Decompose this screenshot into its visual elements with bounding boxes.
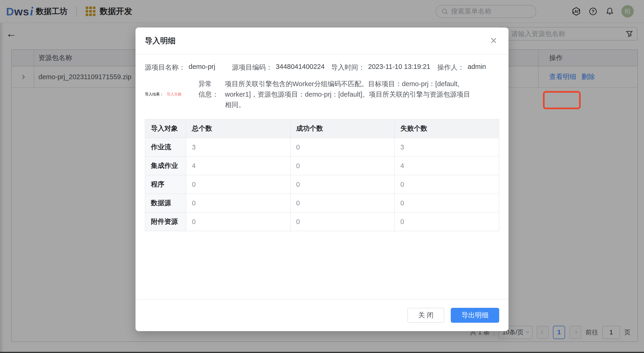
summary-header-row: 导入对象 总个数 成功个数 失败个数 bbox=[145, 119, 499, 138]
row-label: 附件资源 bbox=[145, 212, 186, 231]
row-total: 3 bbox=[186, 138, 290, 156]
source-name-pair: 源项目名称： demo-prj bbox=[145, 63, 215, 72]
operator-value: admin bbox=[468, 63, 486, 72]
row-fail: 3 bbox=[394, 138, 499, 156]
header-success-count: 成功个数 bbox=[290, 119, 395, 138]
error-label-line2: 信息： bbox=[198, 89, 219, 100]
import-time-value: 2023-11-10 13:19:21 bbox=[368, 63, 430, 72]
error-info-label: 异常 信息： bbox=[198, 79, 219, 110]
import-result-label: 导入结果： bbox=[145, 92, 164, 97]
row-success: 0 bbox=[290, 156, 395, 175]
modal-header: 导入明细 ✕ bbox=[136, 28, 508, 54]
row-success: 0 bbox=[290, 194, 395, 212]
error-label-line1: 异常 bbox=[198, 79, 219, 89]
table-row: 作业流 3 0 3 bbox=[145, 138, 499, 156]
table-row: 数据源 0 0 0 bbox=[145, 194, 499, 212]
import-result-value: 导入失败 bbox=[167, 92, 182, 97]
operator-label: 操作人： bbox=[437, 63, 464, 72]
header-fail-count: 失败个数 bbox=[394, 119, 499, 138]
modal-title: 导入明细 bbox=[145, 36, 176, 46]
import-detail-modal: 导入明细 ✕ 源项目名称： demo-prj 源项目编码： 3448041400… bbox=[136, 28, 508, 331]
import-result-pair: 导入结果： 导入失败 bbox=[145, 92, 182, 97]
row-total: 0 bbox=[186, 194, 290, 212]
row-success: 0 bbox=[290, 175, 395, 194]
row-fail: 0 bbox=[394, 194, 499, 212]
import-summary-table: 导入对象 总个数 成功个数 失败个数 作业流 3 0 3 集成作业 bbox=[145, 119, 499, 231]
export-detail-button[interactable]: 导出明细 bbox=[451, 308, 499, 323]
modal-footer: 关 闭 导出明细 bbox=[136, 299, 508, 331]
row-success: 0 bbox=[290, 212, 395, 231]
close-icon[interactable]: ✕ bbox=[490, 36, 497, 45]
table-row: 集成作业 4 0 4 bbox=[145, 156, 499, 175]
import-time-label: 导入时间： bbox=[331, 63, 365, 72]
source-code-value: 3448041400224 bbox=[276, 63, 324, 72]
import-info-row-2: 导入结果： 导入失败 异常 信息： 项目所关联引擎包含的Worker分组编码不匹… bbox=[145, 79, 499, 110]
source-name-value: demo-prj bbox=[188, 63, 215, 72]
click-target-annotation-box bbox=[543, 91, 581, 109]
row-fail: 0 bbox=[394, 175, 499, 194]
table-row: 附件资源 0 0 0 bbox=[145, 212, 499, 231]
table-row: 程序 0 0 0 bbox=[145, 175, 499, 194]
row-total: 0 bbox=[186, 212, 290, 231]
row-label: 作业流 bbox=[145, 138, 186, 156]
row-fail: 0 bbox=[394, 212, 499, 231]
row-label: 程序 bbox=[145, 175, 186, 194]
row-total: 4 bbox=[186, 156, 290, 175]
header-import-object: 导入对象 bbox=[145, 119, 186, 138]
error-info-block: 异常 信息： 项目所关联引擎包含的Worker分组编码不匹配。目标项目：demo… bbox=[198, 79, 474, 110]
import-info-row-1: 源项目名称： demo-prj 源项目编码： 3448041400224 导入时… bbox=[145, 63, 499, 72]
row-label: 集成作业 bbox=[145, 156, 186, 175]
source-code-label: 源项目编码： bbox=[232, 63, 272, 72]
row-fail: 4 bbox=[394, 156, 499, 175]
source-name-label: 源项目名称： bbox=[145, 63, 185, 72]
row-label: 数据源 bbox=[145, 194, 186, 212]
modal-body: 源项目名称： demo-prj 源项目编码： 3448041400224 导入时… bbox=[136, 54, 508, 231]
row-total: 0 bbox=[186, 175, 290, 194]
row-success: 0 bbox=[290, 138, 395, 156]
source-code-pair: 源项目编码： 3448041400224 bbox=[232, 63, 324, 72]
close-button[interactable]: 关 闭 bbox=[408, 308, 444, 323]
screen: D ws i 数据工坊 数据开发 bbox=[0, 0, 644, 353]
import-time-pair: 导入时间： 2023-11-10 13:19:21 bbox=[331, 63, 430, 72]
error-message: 项目所关联引擎包含的Worker分组编码不匹配。目标项目：demo-prj：[d… bbox=[225, 79, 474, 110]
operator-pair: 操作人： admin bbox=[437, 63, 486, 72]
header-total-count: 总个数 bbox=[186, 119, 290, 138]
